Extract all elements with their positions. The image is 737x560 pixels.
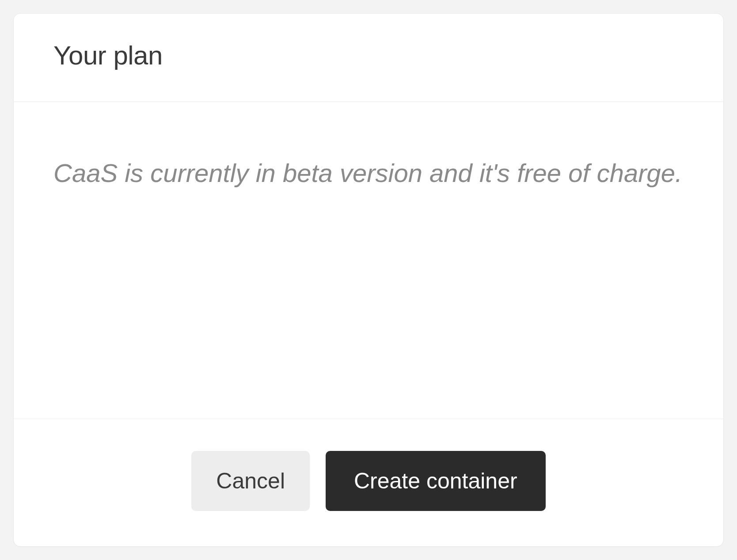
card-body: CaaS is currently in beta version and it… [14, 102, 723, 419]
card-header: Your plan [14, 14, 723, 102]
card-footer: Cancel Create container [14, 419, 723, 546]
cancel-button[interactable]: Cancel [191, 451, 310, 511]
plan-description: CaaS is currently in beta version and it… [53, 155, 682, 191]
plan-card: Your plan CaaS is currently in beta vers… [13, 13, 724, 547]
create-container-button[interactable]: Create container [326, 451, 546, 511]
card-title: Your plan [53, 40, 684, 71]
